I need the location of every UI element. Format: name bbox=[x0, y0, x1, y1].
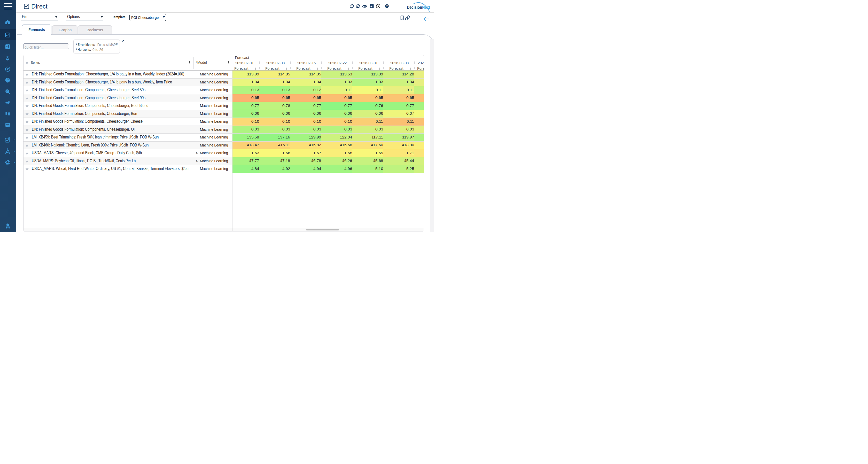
svg-text:?: ? bbox=[386, 5, 388, 7]
svg-text:$: $ bbox=[8, 78, 10, 81]
